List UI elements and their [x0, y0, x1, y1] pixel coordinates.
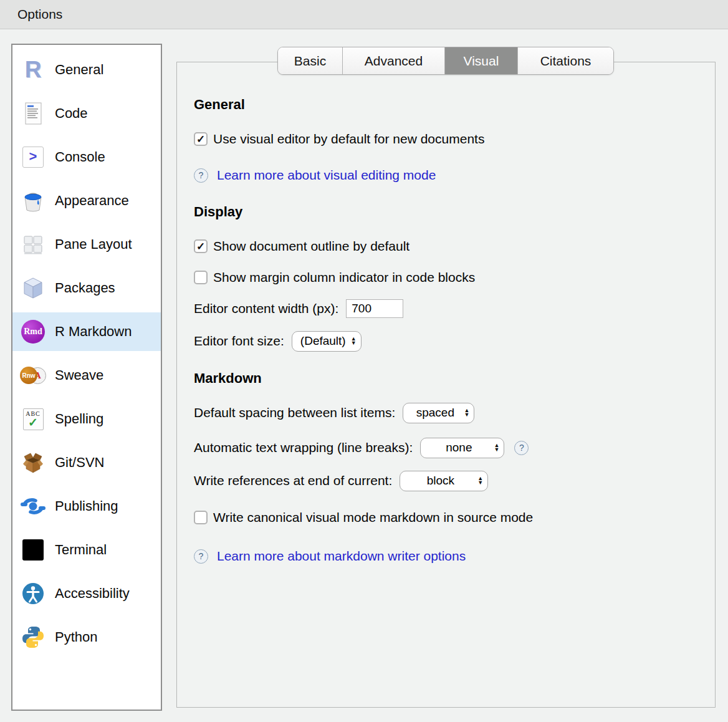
visual-editor-checkbox[interactable]: ✓	[194, 132, 208, 146]
pane-grid-icon	[20, 231, 46, 258]
outline-checkbox-label: Show document outline by default	[213, 239, 410, 254]
visual-editing-help-row: ? Learn more about visual editing mode	[194, 165, 715, 185]
stepper-arrows-icon: ▲▼	[477, 476, 483, 485]
python-icon	[20, 624, 46, 650]
stepper-arrows-icon: ▲▼	[464, 408, 469, 417]
sidebar-item-terminal[interactable]: Terminal	[12, 531, 161, 569]
checkmark-icon: ✓	[196, 134, 205, 145]
tab-advanced[interactable]: Advanced	[343, 47, 445, 74]
paint-bucket-icon	[20, 188, 46, 214]
window-titlebar: Options	[0, 0, 728, 29]
visual-options-panel: General ✓ Use visual editor by default f…	[176, 62, 716, 708]
list-spacing-select[interactable]: spaced ▲▼	[403, 403, 474, 423]
sidebar-item-label: Console	[55, 149, 105, 165]
margin-checkbox[interactable]	[194, 271, 208, 284]
list-spacing-label: Default spacing between list items:	[194, 405, 395, 420]
terminal-icon	[20, 537, 46, 563]
font-size-select[interactable]: (Default) ▲▼	[292, 331, 362, 352]
tab-citations[interactable]: Citations	[518, 47, 613, 74]
checkmark-icon: ✓	[196, 241, 205, 252]
font-size-row: Editor font size: (Default) ▲▼	[194, 330, 715, 352]
section-heading-markdown: Markdown	[194, 370, 715, 387]
console-prompt-icon: >	[20, 144, 46, 170]
help-question-icon[interactable]: ?	[194, 168, 208, 183]
section-heading-general: General	[194, 97, 715, 113]
references-label: Write references at end of current:	[194, 473, 392, 488]
sidebar-item-pane-layout[interactable]: Pane Layout	[12, 225, 161, 264]
panel-tabbar: Basic Advanced Visual Citations	[277, 47, 614, 75]
sidebar-item-label: Publishing	[55, 498, 118, 514]
package-cube-icon	[20, 275, 46, 301]
spellcheck-icon: ABC ✓	[20, 406, 46, 432]
list-spacing-row: Default spacing between list items: spac…	[194, 402, 715, 424]
sidebar-item-r-markdown[interactable]: Rmd R Markdown	[12, 312, 161, 351]
sidebar-item-console[interactable]: > Console	[12, 138, 161, 176]
visual-editing-help-link[interactable]: Learn more about visual editing mode	[217, 168, 436, 183]
window-title: Options	[17, 7, 62, 22]
tab-visual[interactable]: Visual	[445, 47, 518, 74]
stepper-arrows-icon: ▲▼	[351, 337, 357, 345]
markdown-writer-help-row: ? Learn more about markdown writer optio…	[194, 546, 715, 566]
git-svn-box-icon	[20, 450, 46, 476]
sidebar-item-label: Code	[55, 105, 88, 122]
margin-checkbox-row: Show margin column indicator in code blo…	[194, 267, 715, 287]
sidebar-item-label: Git/SVN	[55, 455, 104, 471]
sidebar-item-sweave[interactable]: A Rnw Sweave	[12, 356, 161, 395]
text-wrapping-row: Automatic text wrapping (line breaks): n…	[194, 436, 715, 460]
references-select[interactable]: block ▲▼	[400, 471, 488, 491]
sidebar-item-label: Python	[55, 629, 98, 645]
content-width-input[interactable]	[346, 299, 403, 318]
visual-editor-checkbox-label: Use visual editor by default for new doc…	[213, 132, 484, 147]
options-sidebar: R General Code > Console	[11, 44, 162, 711]
outline-checkbox-row: ✓ Show document outline by default	[194, 236, 715, 256]
sidebar-item-label: Sweave	[55, 367, 103, 383]
sidebar-item-spelling[interactable]: ABC ✓ Spelling	[12, 400, 161, 438]
sidebar-item-label: Terminal	[55, 542, 107, 558]
help-question-icon[interactable]: ?	[194, 549, 208, 564]
tab-basic[interactable]: Basic	[278, 47, 343, 74]
sidebar-item-general[interactable]: R General	[12, 51, 161, 89]
sidebar-item-label: Pane Layout	[55, 236, 132, 253]
font-size-label: Editor font size:	[194, 334, 284, 349]
text-wrapping-label: Automatic text wrapping (line breaks):	[194, 440, 413, 455]
sidebar-item-label: General	[55, 62, 103, 78]
canonical-checkbox-label: Write canonical visual mode markdown in …	[213, 510, 533, 525]
sidebar-item-label: Accessibility	[55, 585, 130, 602]
visual-editor-checkbox-row: ✓ Use visual editor by default for new d…	[194, 129, 715, 149]
section-heading-display: Display	[194, 204, 715, 220]
content-width-label: Editor content width (px):	[194, 301, 338, 316]
sidebar-item-label: R Markdown	[55, 324, 132, 340]
sidebar-item-git-svn[interactable]: Git/SVN	[12, 443, 161, 482]
text-wrapping-select[interactable]: none ▲▼	[420, 438, 504, 458]
sidebar-item-publishing[interactable]: Publishing	[12, 487, 161, 526]
code-document-icon	[20, 100, 46, 127]
markdown-writer-help-link[interactable]: Learn more about markdown writer options	[217, 549, 466, 564]
margin-checkbox-label: Show margin column indicator in code blo…	[213, 270, 475, 285]
canonical-checkbox[interactable]	[194, 511, 208, 524]
sidebar-item-label: Appearance	[55, 193, 129, 209]
canonical-checkbox-row: Write canonical visual mode markdown in …	[194, 508, 715, 527]
sidebar-item-accessibility[interactable]: Accessibility	[12, 574, 161, 613]
sweave-pdf-icon: A Rnw	[20, 362, 46, 388]
content-width-row: Editor content width (px):	[194, 299, 715, 319]
accessibility-icon	[20, 580, 46, 607]
sidebar-item-packages[interactable]: Packages	[12, 269, 161, 307]
sidebar-item-appearance[interactable]: Appearance	[12, 181, 161, 220]
publishing-connect-icon	[20, 493, 46, 519]
sidebar-item-label: Packages	[55, 280, 115, 296]
sidebar-item-code[interactable]: Code	[12, 94, 161, 133]
sidebar-item-label: Spelling	[55, 411, 103, 427]
outline-checkbox[interactable]: ✓	[194, 239, 208, 253]
text-wrapping-help-icon[interactable]: ?	[514, 441, 529, 455]
stepper-arrows-icon: ▲▼	[494, 443, 499, 452]
sidebar-item-python[interactable]: Python	[12, 618, 161, 657]
r-logo-icon: R	[20, 57, 46, 83]
references-row: Write references at end of current: bloc…	[194, 469, 715, 493]
rmarkdown-icon: Rmd	[20, 319, 46, 345]
